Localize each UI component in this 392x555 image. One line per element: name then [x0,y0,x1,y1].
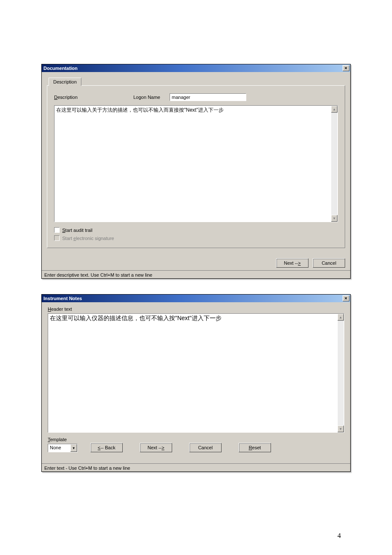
window-title: Documentation [43,66,78,71]
header-textarea[interactable] [48,313,337,433]
tab-description[interactable]: Description [49,78,81,86]
tab-label: Description [53,79,77,84]
scroll-up-button[interactable]: ▲ [337,314,344,321]
cancel-button[interactable]: Cancel [189,443,222,452]
tab-strip: Description [47,77,345,85]
close-icon: ✕ [344,296,348,301]
template-label: Template [48,437,78,442]
audit-trail-checkbox[interactable] [54,227,60,233]
dialog-body: Header text ▲ ▼ Template None ▼ <-- Back… [42,302,350,456]
electronic-signature-row: Start electronic signature [54,235,338,241]
title-bar: Instrument Notes ✕ [42,295,350,302]
combo-dropdown-button[interactable]: ▼ [70,444,77,452]
reset-button[interactable]: Reset [239,443,271,452]
status-bar: Enter descriptive text. Use Ctrl+M to st… [42,270,350,278]
dialog-body: Description Description Logon Name ▲ ▼ S… [42,72,350,251]
description-label: Description [54,95,133,100]
description-textarea-wrap: ▲ ▼ [54,105,338,222]
up-arrow-icon: ▲ [339,315,343,319]
scrollbar[interactable]: ▲ ▼ [337,313,344,433]
template-combo-value: None [48,444,70,452]
description-row: Description Logon Name [54,93,338,101]
logon-name-label: Logon Name [133,95,160,100]
header-text-label: Header text [48,306,344,312]
documentation-dialog: Documentation ✕ Description Description … [41,64,351,279]
tab-panel: Description Logon Name ▲ ▼ Start audit t… [47,85,345,248]
scroll-up-button[interactable]: ▲ [331,106,337,113]
description-textarea[interactable] [54,105,331,222]
logon-name-field[interactable] [170,93,246,101]
cancel-button[interactable]: Cancel [313,258,345,268]
instrument-notes-dialog: Instrument Notes ✕ Header text ▲ ▼ Templ… [41,294,351,472]
up-arrow-icon: ▲ [333,107,336,111]
template-row: Template None ▼ <-- Back Next --> Cancel… [48,437,344,452]
status-bar: Enter text - Use Ctrl+M to start a new l… [42,463,350,471]
scrollbar[interactable]: ▲ ▼ [331,105,338,222]
window-title: Instrument Notes [43,296,82,301]
title-bar: Documentation ✕ [42,64,350,72]
close-icon: ✕ [344,66,348,70]
audit-trail-row: Start audit trail [54,227,338,233]
electronic-signature-checkbox [54,235,60,241]
header-textarea-wrap: ▲ ▼ [48,313,344,433]
audit-trail-label: Start audit trail [62,228,92,233]
down-arrow-icon: ▼ [333,217,336,220]
button-group: <-- Back Next --> Cancel Reset [90,443,271,452]
scroll-down-button[interactable]: ▼ [337,425,344,432]
back-button[interactable]: <-- Back [90,443,123,452]
electronic-signature-label: Start electronic signature [62,236,114,241]
next-button[interactable]: Next --> [140,443,172,452]
next-button[interactable]: Next --> [276,258,308,268]
template-combo[interactable]: None ▼ [48,444,78,452]
close-button[interactable]: ✕ [343,295,349,301]
down-arrow-icon: ▼ [339,427,343,431]
button-row: Next --> Cancel [42,251,350,270]
chevron-down-icon: ▼ [72,446,75,450]
scroll-down-button[interactable]: ▼ [331,215,337,222]
template-col: Template None ▼ [48,437,78,452]
close-button[interactable]: ✕ [343,65,349,71]
